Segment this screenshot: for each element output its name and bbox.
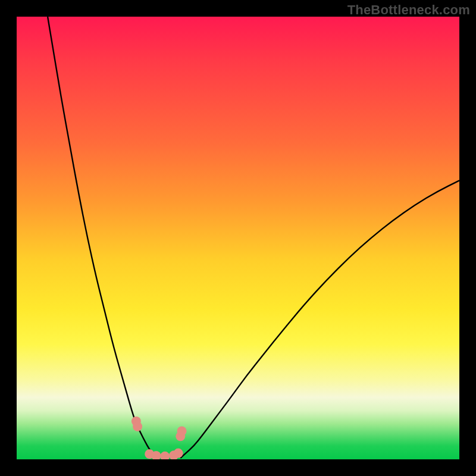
valley-dot xyxy=(133,422,142,431)
chart-frame: TheBottleneck.com xyxy=(0,0,476,476)
valley-dot xyxy=(174,449,183,458)
plot-area xyxy=(17,17,459,459)
watermark-text: TheBottleneck.com xyxy=(347,2,470,18)
valley-dot xyxy=(177,426,187,436)
valley-dot xyxy=(160,452,170,459)
curve-group xyxy=(48,17,459,458)
valley-dots xyxy=(131,416,187,459)
curves-svg xyxy=(17,17,459,459)
right-curve xyxy=(180,180,459,458)
left-curve xyxy=(48,17,158,458)
